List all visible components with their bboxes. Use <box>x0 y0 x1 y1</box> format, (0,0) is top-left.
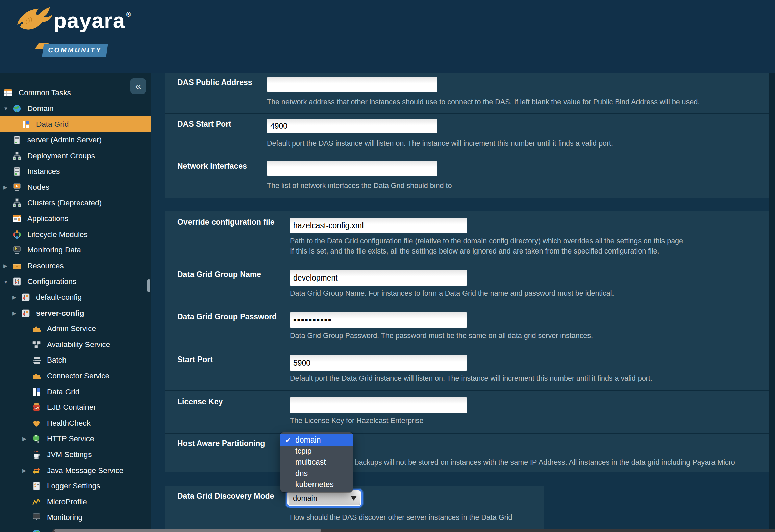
help-line: The License Key for Hazelcast Enterprise <box>290 416 766 426</box>
tree-icon <box>12 151 22 161</box>
chevron-right-icon[interactable]: ▶ <box>12 310 21 316</box>
chevron-down-icon[interactable]: ▼ <box>3 106 12 111</box>
chevron-right-icon[interactable]: ▶ <box>12 294 21 300</box>
help-line: Default port the DAS instance will liste… <box>267 138 766 149</box>
horizontal-scrollbar-thumb[interactable] <box>54 529 321 532</box>
input-wrap <box>290 270 467 286</box>
sidebar-item-clusters-deprecated[interactable]: Clusters (Deprecated) <box>0 195 151 211</box>
payara-admin-console: payara® COMMUNITY Common Tasks▼DomainDat… <box>0 0 775 532</box>
license-key-input[interactable] <box>290 397 467 413</box>
field-help-text: The list of network interfaces the Data … <box>267 181 766 191</box>
form-row-data-grid-group-password: Data Grid Group PasswordData Grid Group … <box>165 305 769 348</box>
sidebar-item-monitoring[interactable]: Monitoring <box>0 510 151 526</box>
sidebar-item-jvm-settings[interactable]: JVM Settings <box>0 447 151 463</box>
sidebar-item-ejb-container[interactable]: JAREJB Container <box>0 400 151 416</box>
chevron-right-icon[interactable]: ▶ <box>22 436 32 442</box>
sidebar-item-data-grid[interactable]: Data Grid <box>0 116 151 132</box>
lifecycle-icon <box>12 230 22 239</box>
start-port-input[interactable] <box>290 355 467 371</box>
server-icon <box>12 135 22 145</box>
help-line: Data Grid Group Password. The password m… <box>290 330 766 341</box>
sidebar-item-configurations[interactable]: ▼Configurations <box>0 274 151 290</box>
sidebar-item-server-admin-server[interactable]: server (Admin Server) <box>0 132 151 148</box>
tree-icon <box>12 198 22 208</box>
dropdown-option-kubernetes[interactable]: kubernetes <box>280 479 353 490</box>
sidebar-item-microprofile[interactable]: MicroProfile <box>0 494 151 510</box>
sidebar-item-server-config[interactable]: ▶server-config <box>0 305 151 321</box>
sidebar-item-domain[interactable]: ▼Domain <box>0 101 151 117</box>
data-grid-group-password-input[interactable] <box>290 312 467 328</box>
override-configuration-file-input[interactable] <box>290 218 467 233</box>
sidebar-scrollbar-thumb[interactable] <box>147 279 150 292</box>
sidebar-item-label: Applications <box>27 214 68 223</box>
sidebar-item-lifecycle-modules[interactable]: Lifecycle Modules <box>0 227 151 242</box>
jar-icon: JAR <box>32 403 41 412</box>
data-grid-group-name-input[interactable] <box>290 270 467 286</box>
chevron-right-icon[interactable]: ▶ <box>3 263 12 269</box>
monitor-text-icon <box>32 513 41 522</box>
input-wrap <box>267 161 438 176</box>
sidebar-item-label: Logger Settings <box>47 482 100 490</box>
horizontal-scrollbar[interactable] <box>52 529 775 532</box>
dropdown-option-label: dns <box>295 469 308 478</box>
das-start-port-input[interactable] <box>267 119 438 133</box>
registered-mark: ® <box>126 11 131 18</box>
sidebar-item-label: Domain <box>27 104 54 113</box>
heart-icon <box>32 419 41 428</box>
sidebar-item-instances[interactable]: Instances <box>0 164 151 180</box>
sidebar-item-java-message-service[interactable]: ▶Java Message Service <box>0 462 151 478</box>
chevron-down-icon[interactable]: ▼ <box>3 279 12 285</box>
dropdown-option-label: tcpip <box>295 447 312 456</box>
sidebar-item-default-config[interactable]: ▶default-config <box>0 290 151 305</box>
dropdown-option-dns[interactable]: dns <box>280 468 353 479</box>
chevron-right-icon[interactable]: ▶ <box>3 184 12 190</box>
sidebar-item-label: Availability Service <box>47 340 110 349</box>
help-line: When enabled data backups will not be st… <box>290 457 766 468</box>
sidebar-item-healthcheck[interactable]: HealthCheck <box>0 415 151 431</box>
discovery-mode-dropdown-menu: ✓domaintcpipmulticastdnskubernetes <box>280 432 353 492</box>
help-line: The network address that other instances… <box>267 97 766 107</box>
sidebar-item-logger-settings[interactable]: Logger Settings <box>0 478 151 494</box>
sidebar-collapse-button[interactable]: « <box>130 78 146 94</box>
puzzle-icon <box>32 371 41 381</box>
sidebar-item-deployment-groups[interactable]: Deployment Groups <box>0 148 151 164</box>
data-grid-discovery-mode-select[interactable]: domain <box>289 491 360 505</box>
field-help-text: Path to the Data Grid configuration file… <box>290 236 766 256</box>
payara-fish-icon <box>12 3 59 39</box>
logger-icon <box>32 481 41 491</box>
field-help-text: How should the DAS discover other server… <box>290 512 541 523</box>
sidebar-item-applications[interactable]: Applications <box>0 211 151 227</box>
sidebar-item-common-tasks[interactable]: Common Tasks <box>0 85 151 101</box>
chevron-right-icon[interactable]: ▶ <box>22 468 32 474</box>
sidebar-item-label: Java Message Service <box>47 466 123 475</box>
field-help-text: Data Grid Group Password. The password m… <box>290 330 766 341</box>
sidebar-item-http-service[interactable]: ▶HTTP Service <box>0 431 151 447</box>
sidebar-item-label: Common Tasks <box>19 88 71 97</box>
sidebar-item-label: Clusters (Deprecated) <box>27 198 102 207</box>
network-interfaces-input[interactable] <box>267 161 438 176</box>
field-help-text: Data Grid Group Name. For instances to f… <box>290 288 766 298</box>
sidebar-item-label: Deployment Groups <box>27 152 95 160</box>
input-wrap <box>290 312 467 328</box>
community-badge: COMMUNITY <box>42 44 108 57</box>
dropdown-option-multicast[interactable]: multicast <box>280 457 353 468</box>
globe-icon <box>12 104 22 113</box>
sidebar-item-connector-service[interactable]: Connector Service <box>0 368 151 384</box>
sidebar-item-monitoring-data[interactable]: Monitoring Data <box>0 242 151 258</box>
sidebar-item-batch[interactable]: Batch <box>0 352 151 368</box>
sidebar-item-resources[interactable]: ▶Resources <box>0 258 151 274</box>
das-public-address-input[interactable] <box>267 77 438 92</box>
dropdown-option-tcpip[interactable]: tcpip <box>280 446 353 457</box>
sidebar-item-admin-service[interactable]: Admin Service <box>0 321 151 337</box>
sidebar-item-data-grid[interactable]: Data Grid <box>0 384 151 400</box>
form-row-data-grid-discovery-mode: Data Grid Discovery ModedomainHow should… <box>165 486 544 532</box>
field-help-text: When enabled data backups will not be st… <box>290 457 766 468</box>
field-help-text: The License Key for Hazelcast Enterprise <box>290 416 766 426</box>
sidebar-item-availability-service[interactable]: Availability Service <box>0 337 151 353</box>
jms-icon <box>32 466 41 475</box>
field-help-text: Default port the DAS instance will liste… <box>267 138 766 149</box>
brand-wordmark: payara® <box>53 8 131 33</box>
dropdown-option-domain[interactable]: ✓domain <box>280 434 353 446</box>
das-public-address-label: DAS Public Address <box>177 78 252 87</box>
sidebar-item-nodes[interactable]: ▶Nodes <box>0 180 151 195</box>
